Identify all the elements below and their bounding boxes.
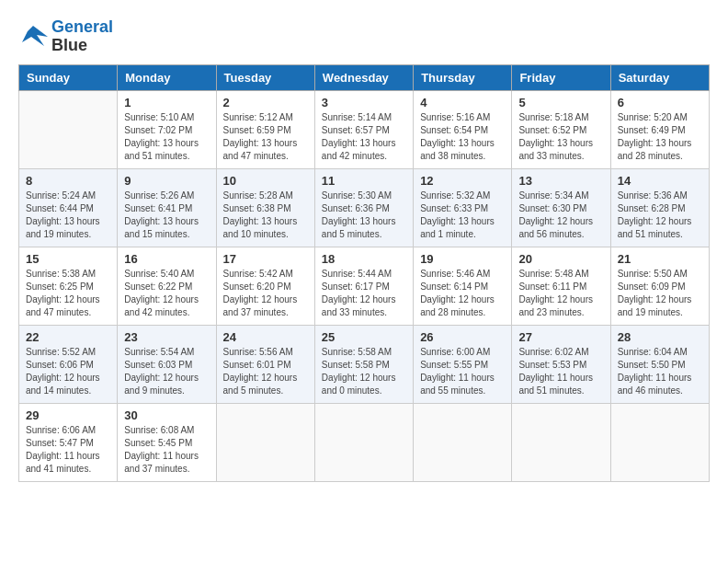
day-number: 13 (518, 174, 603, 188)
logo-icon (18, 24, 48, 50)
logo: General Blue (18, 18, 113, 55)
day-number: 10 (223, 174, 308, 188)
calendar-cell (314, 403, 413, 481)
day-info: Sunrise: 5:12 AM Sunset: 6:59 PM Dayligh… (223, 111, 308, 163)
day-number: 4 (420, 96, 505, 109)
calendar-cell: 27Sunrise: 6:02 AM Sunset: 5:53 PM Dayli… (512, 325, 610, 403)
day-info: Sunrise: 5:42 AM Sunset: 6:20 PM Dayligh… (223, 268, 308, 319)
day-number: 21 (618, 252, 702, 266)
day-info: Sunrise: 5:28 AM Sunset: 6:38 PM Dayligh… (223, 190, 308, 241)
calendar-cell: 14Sunrise: 5:36 AM Sunset: 6:28 PM Dayli… (610, 168, 709, 247)
calendar-cell: 11Sunrise: 5:30 AM Sunset: 6:36 PM Dayli… (314, 168, 413, 247)
day-number: 27 (518, 330, 603, 344)
day-number: 6 (618, 96, 702, 109)
calendar-cell (414, 403, 512, 481)
calendar-cell: 4Sunrise: 5:16 AM Sunset: 6:54 PM Daylig… (414, 90, 512, 168)
day-info: Sunrise: 5:50 AM Sunset: 6:09 PM Dayligh… (618, 268, 702, 319)
day-info: Sunrise: 5:44 AM Sunset: 6:17 PM Dayligh… (322, 268, 406, 319)
calendar-week-1: 1Sunrise: 5:10 AM Sunset: 7:02 PM Daylig… (19, 90, 710, 168)
day-number: 25 (322, 330, 406, 344)
calendar-cell: 13Sunrise: 5:34 AM Sunset: 6:30 PM Dayli… (512, 168, 610, 247)
calendar-cell: 23Sunrise: 5:54 AM Sunset: 6:03 PM Dayli… (118, 325, 216, 403)
calendar-cell: 25Sunrise: 5:58 AM Sunset: 5:58 PM Dayli… (314, 325, 413, 403)
day-number: 12 (420, 174, 505, 188)
calendar-cell: 24Sunrise: 5:56 AM Sunset: 6:01 PM Dayli… (216, 325, 314, 403)
calendar-cell: 21Sunrise: 5:50 AM Sunset: 6:09 PM Dayli… (610, 247, 709, 325)
calendar-week-3: 15Sunrise: 5:38 AM Sunset: 6:25 PM Dayli… (19, 247, 710, 325)
column-header-saturday: Saturday (610, 64, 709, 90)
column-header-monday: Monday (118, 64, 216, 90)
day-info: Sunrise: 5:56 AM Sunset: 6:01 PM Dayligh… (223, 346, 308, 397)
day-info: Sunrise: 5:32 AM Sunset: 6:33 PM Dayligh… (420, 190, 505, 241)
day-info: Sunrise: 5:58 AM Sunset: 5:58 PM Dayligh… (322, 346, 406, 397)
calendar-cell: 5Sunrise: 5:18 AM Sunset: 6:52 PM Daylig… (512, 90, 610, 168)
calendar-cell: 16Sunrise: 5:40 AM Sunset: 6:22 PM Dayli… (118, 247, 216, 325)
calendar-week-2: 8Sunrise: 5:24 AM Sunset: 6:44 PM Daylig… (19, 168, 710, 247)
calendar-cell: 8Sunrise: 5:24 AM Sunset: 6:44 PM Daylig… (19, 168, 118, 247)
day-number: 14 (618, 174, 702, 188)
calendar-cell: 26Sunrise: 6:00 AM Sunset: 5:55 PM Dayli… (414, 325, 512, 403)
calendar-header-row: SundayMondayTuesdayWednesdayThursdayFrid… (19, 64, 710, 90)
day-info: Sunrise: 6:04 AM Sunset: 5:50 PM Dayligh… (618, 346, 702, 397)
calendar-cell: 2Sunrise: 5:12 AM Sunset: 6:59 PM Daylig… (216, 90, 314, 168)
day-number: 17 (223, 252, 308, 266)
day-info: Sunrise: 6:08 AM Sunset: 5:45 PM Dayligh… (124, 424, 209, 476)
calendar-table: SundayMondayTuesdayWednesdayThursdayFrid… (18, 64, 710, 482)
day-info: Sunrise: 5:18 AM Sunset: 6:52 PM Dayligh… (518, 111, 603, 163)
calendar-cell: 20Sunrise: 5:48 AM Sunset: 6:11 PM Dayli… (512, 247, 610, 325)
day-number: 22 (26, 330, 110, 344)
day-number: 23 (124, 330, 209, 344)
day-number: 3 (322, 96, 406, 109)
calendar-cell: 10Sunrise: 5:28 AM Sunset: 6:38 PM Dayli… (216, 168, 314, 247)
day-info: Sunrise: 5:46 AM Sunset: 6:14 PM Dayligh… (420, 268, 505, 319)
calendar-week-4: 22Sunrise: 5:52 AM Sunset: 6:06 PM Dayli… (19, 325, 710, 403)
calendar-week-5: 29Sunrise: 6:06 AM Sunset: 5:47 PM Dayli… (19, 403, 710, 481)
calendar-cell: 1Sunrise: 5:10 AM Sunset: 7:02 PM Daylig… (118, 90, 216, 168)
day-number: 20 (518, 252, 603, 266)
calendar-cell: 30Sunrise: 6:08 AM Sunset: 5:45 PM Dayli… (118, 403, 216, 481)
day-number: 28 (618, 330, 702, 344)
day-number: 1 (124, 96, 209, 109)
calendar-cell: 12Sunrise: 5:32 AM Sunset: 6:33 PM Dayli… (414, 168, 512, 247)
day-number: 29 (26, 408, 110, 422)
calendar-cell: 6Sunrise: 5:20 AM Sunset: 6:49 PM Daylig… (610, 90, 709, 168)
calendar-cell (610, 403, 709, 481)
calendar-cell (19, 90, 118, 168)
column-header-tuesday: Tuesday (216, 64, 314, 90)
day-info: Sunrise: 5:30 AM Sunset: 6:36 PM Dayligh… (322, 190, 406, 241)
calendar-cell: 19Sunrise: 5:46 AM Sunset: 6:14 PM Dayli… (414, 247, 512, 325)
column-header-friday: Friday (512, 64, 610, 90)
day-info: Sunrise: 5:52 AM Sunset: 6:06 PM Dayligh… (26, 346, 110, 397)
calendar-cell: 17Sunrise: 5:42 AM Sunset: 6:20 PM Dayli… (216, 247, 314, 325)
day-number: 16 (124, 252, 209, 266)
calendar-cell: 29Sunrise: 6:06 AM Sunset: 5:47 PM Dayli… (19, 403, 118, 481)
calendar-cell: 9Sunrise: 5:26 AM Sunset: 6:41 PM Daylig… (118, 168, 216, 247)
day-info: Sunrise: 5:24 AM Sunset: 6:44 PM Dayligh… (26, 190, 110, 241)
day-number: 11 (322, 174, 406, 188)
day-number: 5 (518, 96, 603, 109)
day-info: Sunrise: 6:00 AM Sunset: 5:55 PM Dayligh… (420, 346, 505, 397)
calendar-cell (512, 403, 610, 481)
day-info: Sunrise: 5:36 AM Sunset: 6:28 PM Dayligh… (618, 190, 702, 241)
day-number: 18 (322, 252, 406, 266)
day-info: Sunrise: 5:14 AM Sunset: 6:57 PM Dayligh… (322, 111, 406, 163)
day-info: Sunrise: 5:10 AM Sunset: 7:02 PM Dayligh… (124, 111, 209, 163)
svg-marker-0 (22, 26, 48, 46)
day-info: Sunrise: 5:40 AM Sunset: 6:22 PM Dayligh… (124, 268, 209, 319)
day-number: 8 (26, 174, 110, 188)
column-header-thursday: Thursday (414, 64, 512, 90)
day-number: 15 (26, 252, 110, 266)
column-header-sunday: Sunday (19, 64, 118, 90)
day-info: Sunrise: 5:26 AM Sunset: 6:41 PM Dayligh… (124, 190, 209, 241)
day-info: Sunrise: 5:38 AM Sunset: 6:25 PM Dayligh… (26, 268, 110, 319)
day-number: 2 (223, 96, 308, 109)
calendar-body: 1Sunrise: 5:10 AM Sunset: 7:02 PM Daylig… (19, 90, 710, 481)
calendar-cell: 22Sunrise: 5:52 AM Sunset: 6:06 PM Dayli… (19, 325, 118, 403)
day-info: Sunrise: 6:02 AM Sunset: 5:53 PM Dayligh… (518, 346, 603, 397)
calendar-cell: 3Sunrise: 5:14 AM Sunset: 6:57 PM Daylig… (314, 90, 413, 168)
day-info: Sunrise: 5:20 AM Sunset: 6:49 PM Dayligh… (618, 111, 702, 163)
logo-text: General Blue (51, 18, 113, 55)
column-header-wednesday: Wednesday (314, 64, 413, 90)
day-info: Sunrise: 5:54 AM Sunset: 6:03 PM Dayligh… (124, 346, 209, 397)
day-info: Sunrise: 5:48 AM Sunset: 6:11 PM Dayligh… (518, 268, 603, 319)
